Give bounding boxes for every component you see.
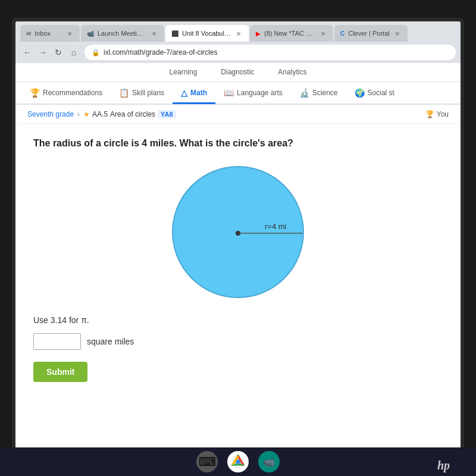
science-icon: 🔬 [299, 88, 309, 98]
skill-plans-label: Skill plans [132, 89, 164, 97]
tab-youtube-label: (8) New *TAC SHOTGU! [264, 30, 315, 37]
use-pi-text: Use 3.14 for π. [33, 315, 443, 325]
tab-clever-close[interactable]: × [393, 29, 402, 37]
tab-zoom[interactable]: 📹 Launch Meeting - Zoom × [81, 25, 164, 42]
social-studies-label: Social st [368, 89, 394, 97]
language-arts-icon: 📖 [224, 88, 234, 98]
tab-youtube[interactable]: ▶ (8) New *TAC SHOTGU! × [250, 25, 333, 42]
nav-diagnostic[interactable]: Diagnostic [209, 64, 266, 81]
circle-container: r=4 mi [167, 161, 309, 303]
breadcrumb-bar: Seventh grade › ★ AA.5 Area of circles Y… [15, 105, 461, 124]
screen: ✉ Inbox × 📹 Launch Meeting - Zoom × ⬛ Un… [15, 21, 461, 455]
tab-vocab-label: Unit 8 Vocabulary defin [182, 30, 231, 37]
tab-zoom-close[interactable]: × [150, 29, 158, 37]
tab-inbox[interactable]: ✉ Inbox × [20, 25, 80, 42]
nav-learning[interactable]: Learning [158, 64, 209, 81]
subject-nav: 🏆 Recommendations 📋 Skill plans △ Math 📖… [15, 82, 461, 105]
subject-skill-plans[interactable]: 📋 Skill plans [111, 83, 173, 104]
breadcrumb-current: ★ AA.5 Area of circles YA8 [83, 110, 176, 118]
chrome-icon[interactable] [227, 451, 249, 472]
address-field[interactable]: 🔒 ixl.com/math/grade-7/area-of-circles [84, 45, 456, 60]
submit-button[interactable]: Submit [33, 362, 87, 382]
home-button[interactable]: ⌂ [67, 45, 81, 60]
hp-logo: hp [437, 459, 450, 472]
tab-vocab-close[interactable]: × [234, 29, 243, 37]
you-badge: 🏆 You [425, 110, 449, 118]
tab-vocab[interactable]: ⬛ Unit 8 Vocabulary defin × [165, 25, 249, 42]
tab-inbox-label: Inbox [35, 30, 62, 37]
answer-row: square miles [33, 333, 443, 350]
subject-science[interactable]: 🔬 Science [291, 83, 346, 104]
back-button[interactable]: ← [20, 45, 35, 60]
subject-social-studies[interactable]: 🌍 Social st [346, 83, 403, 104]
math-icon: △ [181, 88, 187, 98]
lock-icon: 🔒 [92, 49, 100, 57]
breadcrumb-skill-code: AA.5 [92, 110, 108, 118]
tab-inbox-close[interactable]: × [65, 29, 74, 37]
trophy-icon: 🏆 [425, 110, 434, 118]
social-studies-icon: 🌍 [355, 88, 365, 98]
subject-recommendations[interactable]: 🏆 Recommendations [21, 83, 111, 104]
zoom-icon: 📹 [87, 30, 94, 37]
address-text: ixl.com/math/grade-7/area-of-circles [104, 48, 217, 57]
ixl-top-nav: Learning Diagnostic Analytics [15, 63, 461, 82]
tab-clever[interactable]: C Clever | Portal × [334, 25, 408, 42]
recommendations-icon: 🏆 [30, 88, 40, 98]
svg-text:r=4 mi: r=4 mi [265, 222, 287, 231]
forward-button[interactable]: → [36, 45, 50, 60]
star-icon: ★ [83, 110, 90, 118]
unit-label: square miles [87, 337, 134, 346]
answer-input[interactable] [33, 333, 81, 350]
ya8-badge: YA8 [158, 110, 176, 118]
keyboard-icon[interactable]: ⌨ [196, 451, 218, 472]
math-label: Math [190, 89, 207, 97]
subject-language-arts[interactable]: 📖 Language arts [215, 83, 291, 104]
tab-zoom-label: Launch Meeting - Zoom [98, 30, 146, 37]
question-text: The radius of a circle is 4 miles. What … [33, 138, 443, 149]
refresh-button[interactable]: ↻ [51, 45, 65, 60]
breadcrumb-skill-name: Area of circles [110, 110, 155, 118]
taskbar: ⌨ 📹 hp [0, 447, 476, 476]
tab-clever-label: Clever | Portal [348, 30, 390, 37]
vocab-icon: ⬛ [171, 30, 178, 37]
browser-chrome: ✉ Inbox × 📹 Launch Meeting - Zoom × ⬛ Un… [15, 21, 461, 124]
tab-bar: ✉ Inbox × 📹 Launch Meeting - Zoom × ⬛ Un… [15, 21, 461, 42]
circle-diagram: r=4 mi [33, 161, 443, 303]
tab-youtube-close[interactable]: × [319, 29, 327, 37]
main-content: The radius of a circle is 4 miles. What … [15, 124, 461, 455]
you-label: You [437, 110, 449, 118]
circle-svg: r=4 mi [167, 161, 309, 303]
inbox-icon: ✉ [26, 30, 31, 37]
subject-math[interactable]: △ Math [173, 83, 215, 104]
youtube-icon: ▶ [256, 30, 261, 37]
language-arts-label: Language arts [237, 89, 283, 97]
clever-icon: C [340, 30, 345, 37]
nav-analytics[interactable]: Analytics [266, 64, 318, 81]
address-bar-row: ← → ↻ ⌂ 🔒 ixl.com/math/grade-7/area-of-c… [15, 42, 461, 63]
meet-icon[interactable]: 📹 [258, 451, 280, 472]
science-label: Science [312, 89, 338, 97]
recommendations-label: Recommendations [43, 89, 102, 97]
monitor-bezel: ✉ Inbox × 📹 Launch Meeting - Zoom × ⬛ Un… [12, 18, 464, 458]
nav-buttons: ← → ↻ ⌂ [20, 45, 81, 60]
breadcrumb-grade[interactable]: Seventh grade [27, 110, 74, 118]
breadcrumb-separator: › [77, 110, 80, 118]
skill-plans-icon: 📋 [119, 88, 129, 98]
